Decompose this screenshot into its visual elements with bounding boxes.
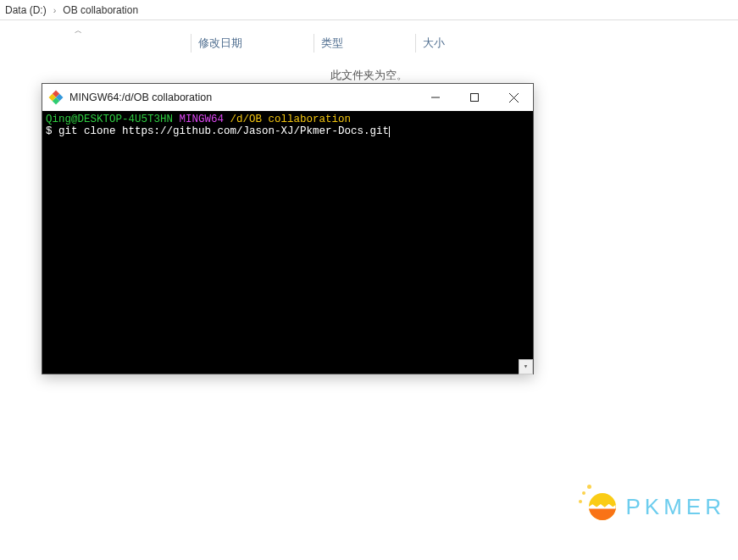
column-size[interactable]: 大小	[415, 34, 500, 53]
prompt-path: /d/OB collaboration	[230, 114, 352, 125]
terminal-titlebar[interactable]: MINGW64:/d/OB collaboration	[42, 84, 533, 111]
column-type[interactable]: 类型	[314, 34, 415, 53]
minimize-button[interactable]	[416, 84, 455, 111]
terminal-title: MINGW64:/d/OB collaboration	[69, 91, 416, 103]
pkmer-logo-icon	[587, 491, 618, 522]
watermark-text: PKMER	[626, 494, 725, 520]
terminal-window: MINGW64:/d/OB collaboration Qing@DESKTOP…	[42, 83, 534, 374]
maximize-button[interactable]	[455, 84, 494, 111]
sort-indicator-icon: ︿	[75, 25, 82, 36]
breadcrumb[interactable]: Data (D:) › OB collaboration	[0, 0, 738, 20]
watermark: PKMER	[587, 491, 725, 522]
column-headers: 修改日期 类型 大小	[0, 30, 738, 56]
column-date-modified[interactable]: 修改日期	[191, 34, 314, 53]
command-text: $ git clone https://github.com/Jason-XJ/…	[46, 125, 389, 137]
prompt-user-host: Qing@DESKTOP-4U5T3HN	[46, 114, 173, 125]
chevron-right-icon: ›	[53, 5, 57, 15]
terminal-body[interactable]: Qing@DESKTOP-4U5T3HN MINGW64 /d/OB colla…	[42, 111, 533, 374]
close-button[interactable]	[494, 84, 533, 111]
prompt-shell: MINGW64	[180, 114, 225, 125]
breadcrumb-folder[interactable]: OB collaboration	[63, 4, 138, 16]
terminal-prompt: Qing@DESKTOP-4U5T3HN MINGW64 /d/OB colla…	[46, 114, 530, 125]
terminal-command-line: $ git clone https://github.com/Jason-XJ/…	[46, 125, 530, 137]
mingw-icon	[49, 91, 63, 104]
scrollbar-down-button[interactable]: ▾	[519, 359, 533, 374]
breadcrumb-root[interactable]: Data (D:)	[5, 4, 47, 16]
cursor-icon	[389, 126, 390, 137]
empty-folder-message: 此文件夹为空。	[0, 68, 738, 83]
svg-rect-1	[471, 94, 479, 102]
